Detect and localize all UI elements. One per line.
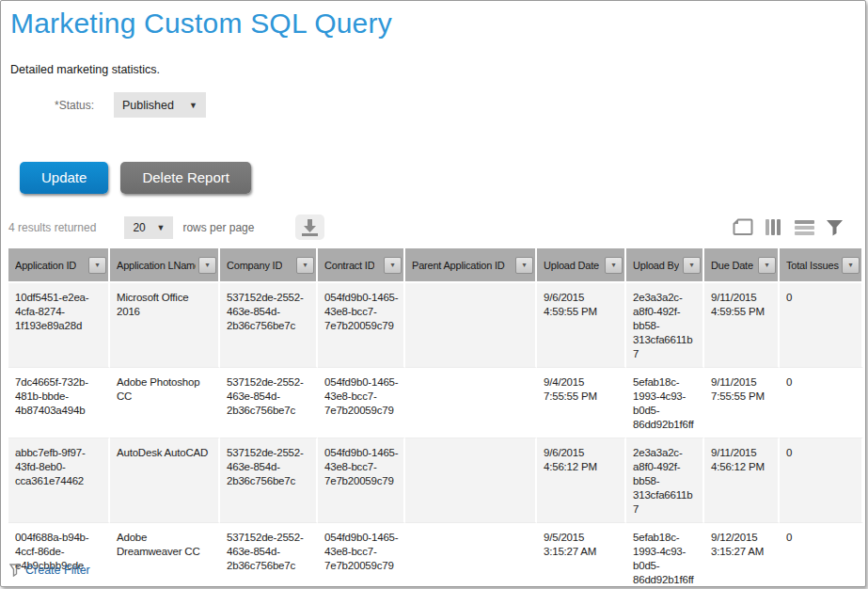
- table-cell: [405, 283, 537, 368]
- column-menu-button[interactable]: ▾: [758, 257, 776, 274]
- column-header-label: Due Date: [711, 260, 753, 271]
- table-cell: Adobe Dreamweaver CC: [110, 523, 220, 587]
- column-header-contract-id[interactable]: Contract ID▾: [318, 248, 405, 283]
- column-header-label: Upload By: [633, 260, 679, 271]
- view-toolbar: [733, 218, 843, 236]
- table-cell: 9/12/2015 3:15:27 AM: [704, 523, 780, 587]
- column-header-label: Contract ID: [324, 260, 374, 271]
- table-cell: Adobe Photoshop CC: [110, 368, 220, 438]
- results-count: 4 results returned: [8, 221, 96, 234]
- column-header-upload-date[interactable]: Upload Date▾: [537, 248, 626, 283]
- create-filter-label: Create Filter: [25, 564, 90, 577]
- status-form-row: *Status: Published ▼: [55, 92, 865, 118]
- status-select-value: Published: [122, 99, 174, 112]
- table-cell: 537152de-2552-463e-854d-2b36c756be7c: [220, 438, 318, 523]
- column-header-label: Parent Application ID: [412, 260, 505, 271]
- results-toolbar: 4 results returned 20 ▼ rows per page: [8, 215, 843, 240]
- table-cell: 004f688a-b94b-4ccf-86de-e4b9cbbb9cde: [8, 523, 110, 587]
- page-title: Marketing Custom SQL Query: [10, 6, 865, 41]
- table-body: 10df5451-e2ea-4cfa-8274-1f193e89a28dMicr…: [8, 283, 863, 587]
- table-cell: 7dc4665f-732b-481b-bbde-4b87403a494b: [8, 368, 110, 438]
- table-cell: 054fd9b0-1465-43e8-bcc7-7e7b20059c79: [318, 438, 405, 523]
- column-header-application-lname[interactable]: Application LName▾: [110, 248, 220, 283]
- table-cell: abbc7efb-9f97-43fd-8eb0-cca361e74462: [8, 438, 110, 523]
- column-header-label: Application LName: [117, 260, 196, 271]
- column-menu-button[interactable]: ▾: [88, 257, 106, 274]
- column-menu-button[interactable]: ▾: [384, 257, 402, 274]
- table-header-row: Application ID▾Application LName▾Company…: [8, 248, 863, 283]
- column-menu-button[interactable]: ▾: [842, 257, 860, 274]
- table-cell: 054fd9b0-1465-43e8-bcc7-7e7b20059c79: [318, 368, 405, 438]
- column-header-label: Application ID: [15, 260, 76, 271]
- table-cell: 054fd9b0-1465-43e8-bcc7-7e7b20059c79: [318, 523, 405, 587]
- table-row: 7dc4665f-732b-481b-bbde-4b87403a494bAdob…: [8, 368, 863, 438]
- list-view-icon[interactable]: [795, 219, 814, 235]
- table-cell: 5efab18c-1993-4c93-b0d5-86dd92b1f6ff: [626, 523, 704, 587]
- table-cell: 9/6/2015 4:59:55 PM: [537, 283, 626, 368]
- column-header-due-date[interactable]: Due Date▾: [704, 248, 780, 283]
- table-row: 10df5451-e2ea-4cfa-8274-1f193e89a28dMicr…: [8, 283, 863, 368]
- table-cell: 2e3a3a2c-a8f0-492f-bb58-313cfa6611b7: [626, 283, 704, 368]
- download-icon[interactable]: [295, 215, 324, 240]
- column-header-application-id[interactable]: Application ID▾: [8, 248, 110, 283]
- action-buttons: Update Delete Report: [20, 162, 865, 194]
- results-table: Application ID▾Application LName▾Company…: [8, 248, 863, 587]
- table-cell: [405, 438, 537, 523]
- table-cell: 0: [780, 523, 863, 587]
- table-cell: 537152de-2552-463e-854d-2b36c756be7c: [220, 368, 318, 438]
- table-cell: 9/11/2015 7:55:55 PM: [704, 368, 780, 438]
- update-button[interactable]: Update: [20, 162, 108, 194]
- status-select[interactable]: Published ▼: [114, 92, 206, 118]
- report-page: Marketing Custom SQL Query Detailed mark…: [0, 0, 866, 587]
- status-label: *Status:: [55, 99, 94, 112]
- table-row: abbc7efb-9f97-43fd-8eb0-cca361e74462Auto…: [8, 438, 863, 523]
- table-cell: 0: [780, 438, 863, 523]
- column-menu-button[interactable]: ▾: [296, 257, 314, 274]
- column-header-label: Upload Date: [544, 260, 599, 271]
- table-cell: [405, 368, 537, 438]
- column-header-company-id[interactable]: Company ID▾: [220, 248, 318, 283]
- column-header-parent-application-id[interactable]: Parent Application ID▾: [405, 248, 537, 283]
- table-cell: 9/11/2015 4:56:12 PM: [704, 438, 780, 523]
- column-header-upload-by[interactable]: Upload By▾: [626, 248, 704, 283]
- table-cell: 9/6/2015 4:56:12 PM: [537, 438, 626, 523]
- column-header-total-issues[interactable]: Total Issues▾: [780, 248, 863, 283]
- export-card-icon[interactable]: [733, 218, 753, 236]
- rows-per-page-label: rows per page: [182, 221, 254, 234]
- table-cell: 9/4/2015 7:55:55 PM: [537, 368, 626, 438]
- columns-view-icon[interactable]: [765, 218, 782, 236]
- column-header-label: Total Issues: [786, 260, 839, 271]
- column-header-label: Company ID: [227, 260, 282, 271]
- create-filter-funnel-icon: [9, 564, 21, 577]
- delete-report-button[interactable]: Delete Report: [120, 162, 251, 194]
- table-cell: 0: [780, 368, 863, 438]
- page-size-select[interactable]: 20 ▼: [124, 216, 173, 239]
- column-menu-button[interactable]: ▾: [198, 257, 216, 274]
- column-menu-button[interactable]: ▾: [605, 257, 623, 274]
- table-cell: 054fd9b0-1465-43e8-bcc7-7e7b20059c79: [318, 283, 405, 368]
- table-cell: 10df5451-e2ea-4cfa-8274-1f193e89a28d: [8, 283, 110, 368]
- table-cell: 537152de-2552-463e-854d-2b36c756be7c: [220, 523, 318, 587]
- filter-icon[interactable]: [827, 219, 843, 236]
- table-cell: AutoDesk AutoCAD: [110, 438, 220, 523]
- table-cell: 537152de-2552-463e-854d-2b36c756be7c: [220, 283, 318, 368]
- table-cell: 0: [780, 283, 863, 368]
- page-size-value: 20: [133, 221, 145, 234]
- table-cell: 9/11/2015 4:59:55 PM: [704, 283, 780, 368]
- create-filter-link[interactable]: Create Filter: [9, 564, 90, 577]
- table-cell: 9/5/2015 3:15:27 AM: [537, 523, 626, 587]
- table-cell: [405, 523, 537, 587]
- table-row: 004f688a-b94b-4ccf-86de-e4b9cbbb9cdeAdob…: [8, 523, 863, 587]
- column-menu-button[interactable]: ▾: [683, 257, 701, 274]
- column-menu-button[interactable]: ▾: [515, 257, 533, 274]
- table-cell: 5efab18c-1993-4c93-b0d5-86dd92b1f6ff: [626, 368, 704, 438]
- table-cell: Microsoft Office 2016: [110, 283, 220, 368]
- chevron-down-icon: ▼: [156, 223, 165, 232]
- chevron-down-icon: ▼: [189, 101, 197, 110]
- page-subtitle: Detailed marketing statistics.: [10, 63, 865, 76]
- table-cell: 2e3a3a2c-a8f0-492f-bb58-313cfa6611b7: [626, 438, 704, 523]
